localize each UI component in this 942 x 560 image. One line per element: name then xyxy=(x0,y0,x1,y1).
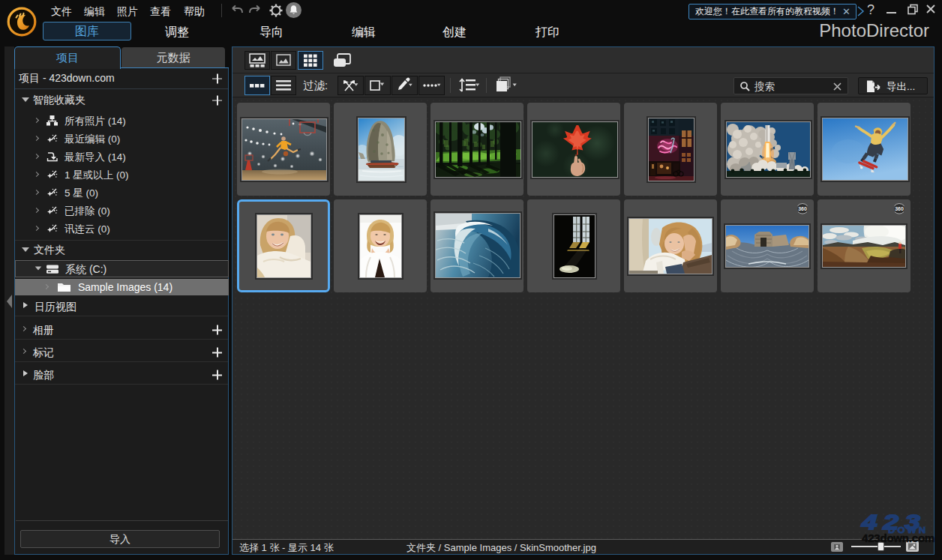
svg-text:360: 360 xyxy=(895,206,904,211)
svg-text:360: 360 xyxy=(798,206,807,211)
